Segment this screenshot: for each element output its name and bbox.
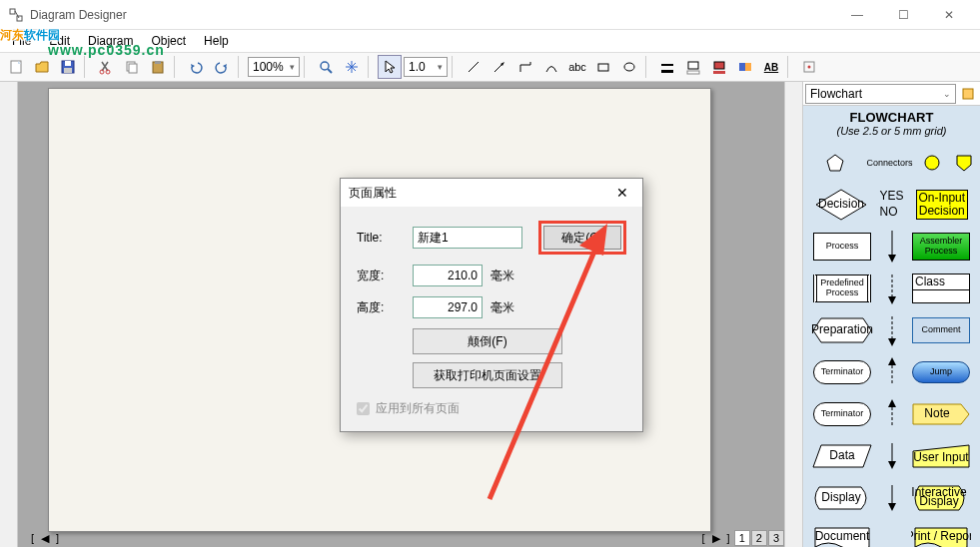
palette-edit-button[interactable] bbox=[958, 82, 978, 106]
pan-tool-button[interactable] bbox=[340, 55, 364, 79]
shape-predefined-process[interactable]: Predefined Process bbox=[807, 271, 877, 306]
connector-tool-button[interactable] bbox=[513, 55, 537, 79]
shape-preparation[interactable]: Preparation bbox=[807, 312, 877, 348]
shape-jump[interactable]: Jump bbox=[906, 354, 976, 390]
snap-button[interactable] bbox=[797, 55, 821, 79]
shape-user-input[interactable]: User Input bbox=[906, 438, 976, 474]
redo-button[interactable] bbox=[210, 55, 234, 79]
dialog-close-button[interactable]: ✕ bbox=[610, 181, 634, 205]
menu-edit[interactable]: Edit bbox=[41, 32, 78, 50]
undo-button[interactable] bbox=[184, 55, 208, 79]
shape-print-report[interactable]: Print / Report bbox=[906, 522, 976, 547]
line-color-button[interactable] bbox=[655, 55, 679, 79]
svg-marker-52 bbox=[888, 461, 896, 469]
svg-rect-24 bbox=[713, 71, 725, 74]
svg-marker-30 bbox=[827, 155, 843, 171]
printer-settings-button[interactable]: 获取打印机页面设置 bbox=[413, 362, 562, 388]
save-button[interactable] bbox=[56, 55, 80, 79]
apply-all-checkbox[interactable]: 应用到所有页面 bbox=[357, 400, 626, 417]
shape-data[interactable]: Data bbox=[807, 438, 877, 474]
svg-text:Document: Document bbox=[815, 529, 870, 543]
shape-process[interactable]: Process bbox=[807, 229, 877, 265]
window-maximize-button[interactable]: ☐ bbox=[880, 0, 926, 30]
cut-button[interactable] bbox=[94, 55, 118, 79]
shape-connector-pentagon[interactable] bbox=[807, 145, 862, 181]
shape-terminator-2[interactable]: Terminator bbox=[807, 396, 877, 432]
shape-oninput-decision[interactable]: On-Input Decision bbox=[908, 187, 976, 223]
open-button[interactable] bbox=[30, 55, 54, 79]
window-minimize-button[interactable]: — bbox=[834, 0, 880, 30]
svg-rect-6 bbox=[64, 68, 72, 73]
svg-text:Data: Data bbox=[829, 448, 855, 462]
title-label: Title: bbox=[357, 231, 405, 245]
window-close-button[interactable]: ✕ bbox=[926, 0, 972, 30]
svg-line-16 bbox=[494, 64, 502, 72]
shape-connector-home[interactable] bbox=[952, 145, 976, 181]
page-tab-1[interactable]: 1 bbox=[734, 530, 750, 546]
fill-color-button[interactable] bbox=[681, 55, 705, 79]
svg-text:User Input: User Input bbox=[913, 450, 969, 464]
ellipse-tool-button[interactable] bbox=[617, 55, 641, 79]
width-input[interactable] bbox=[413, 265, 483, 286]
svg-text:Display: Display bbox=[919, 494, 958, 508]
svg-point-28 bbox=[808, 66, 811, 69]
new-button[interactable] bbox=[4, 55, 28, 79]
shape-interactive-display[interactable]: InteractiveDisplay bbox=[906, 480, 976, 516]
window-title: Diagram Designer bbox=[30, 8, 834, 22]
shape-display[interactable]: Display bbox=[807, 480, 877, 516]
shape-note[interactable]: Note bbox=[906, 396, 976, 432]
menu-object[interactable]: Object bbox=[143, 32, 194, 50]
linewidth-combo[interactable]: 1.0▾ bbox=[404, 57, 448, 77]
palette-subtitle: (Use 2.5 or 5 mm grid) bbox=[807, 125, 976, 137]
svg-point-18 bbox=[624, 63, 634, 71]
curve-tool-button[interactable] bbox=[539, 55, 563, 79]
svg-rect-23 bbox=[714, 62, 724, 69]
svg-marker-46 bbox=[888, 399, 896, 407]
svg-marker-36 bbox=[888, 255, 896, 263]
flip-button[interactable]: 颠倒(F) bbox=[413, 328, 562, 354]
page-tab-strip: [ ◀ ] [ ▶ ] 1 2 3 bbox=[28, 529, 784, 547]
arrow-tool-button[interactable] bbox=[488, 55, 511, 79]
title-input[interactable] bbox=[413, 227, 522, 249]
menu-help[interactable]: Help bbox=[196, 32, 237, 50]
pointer-tool-button[interactable] bbox=[378, 55, 402, 79]
page-tab-prev[interactable]: [ bbox=[28, 532, 37, 544]
svg-text:Display: Display bbox=[821, 490, 860, 504]
svg-rect-10 bbox=[129, 64, 137, 73]
svg-rect-0 bbox=[10, 9, 15, 14]
shape-assembler-process[interactable]: Assembler Process bbox=[906, 229, 976, 265]
palette-selector[interactable]: Flowchart⌄ bbox=[805, 84, 956, 104]
fill2-color-button[interactable] bbox=[707, 55, 731, 79]
height-input[interactable] bbox=[413, 296, 483, 318]
svg-marker-42 bbox=[888, 338, 896, 346]
page-tab-2[interactable]: 2 bbox=[751, 530, 767, 546]
paste-button[interactable] bbox=[146, 55, 170, 79]
svg-rect-12 bbox=[155, 61, 161, 64]
copy-button[interactable] bbox=[120, 55, 144, 79]
shape-document[interactable]: Document bbox=[807, 522, 877, 547]
menu-diagram[interactable]: Diagram bbox=[80, 32, 141, 50]
zoom-combo[interactable]: 100%▾ bbox=[248, 57, 300, 77]
shape-comment[interactable]: Comment bbox=[906, 312, 976, 348]
shape-decision[interactable]: Decision bbox=[807, 187, 875, 223]
shape-terminator[interactable]: Terminator bbox=[807, 354, 877, 390]
shape-class[interactable]: Class bbox=[906, 271, 976, 306]
shape-connector-circle[interactable] bbox=[917, 145, 949, 181]
text-color-button[interactable]: AB bbox=[759, 55, 783, 79]
line-tool-button[interactable] bbox=[462, 55, 486, 79]
rect-tool-button[interactable] bbox=[591, 55, 615, 79]
page-tab-scroll-right[interactable]: ▶ bbox=[709, 532, 723, 545]
height-unit: 毫米 bbox=[490, 299, 514, 316]
ok-button[interactable]: 确定(O) bbox=[543, 226, 621, 250]
svg-marker-44 bbox=[888, 357, 896, 365]
svg-text:Note: Note bbox=[924, 406, 950, 420]
page-tab-3[interactable]: 3 bbox=[768, 530, 784, 546]
gradient-button[interactable] bbox=[733, 55, 757, 79]
svg-text:Decision: Decision bbox=[818, 197, 864, 211]
text-tool-button[interactable]: abc bbox=[565, 55, 589, 79]
vertical-scrollbar[interactable] bbox=[784, 82, 802, 547]
toolbar: 100%▾ 1.0▾ abc AB bbox=[0, 52, 980, 82]
zoom-tool-button[interactable] bbox=[314, 55, 338, 79]
page-tab-scroll-left[interactable]: ◀ bbox=[38, 532, 52, 545]
menu-file[interactable]: File bbox=[4, 32, 39, 50]
